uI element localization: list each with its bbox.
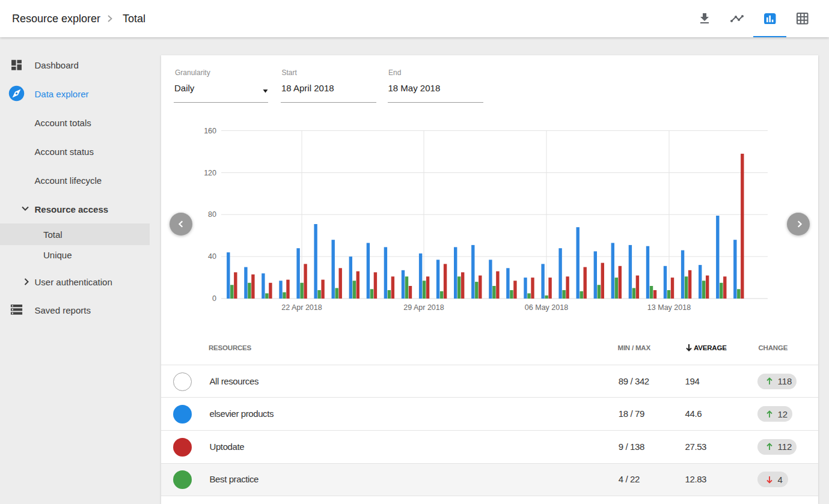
svg-text:160: 160 bbox=[204, 127, 216, 135]
svg-text:22 Apr 2018: 22 Apr 2018 bbox=[281, 303, 322, 312]
svg-text:0: 0 bbox=[212, 294, 216, 303]
svg-text:13 May 2018: 13 May 2018 bbox=[647, 303, 691, 312]
svg-text:40: 40 bbox=[208, 252, 216, 261]
svg-text:06 May 2018: 06 May 2018 bbox=[525, 303, 568, 312]
svg-text:80: 80 bbox=[208, 210, 216, 219]
svg-text:29 Apr 2018: 29 Apr 2018 bbox=[403, 303, 444, 312]
svg-text:120: 120 bbox=[204, 169, 216, 177]
